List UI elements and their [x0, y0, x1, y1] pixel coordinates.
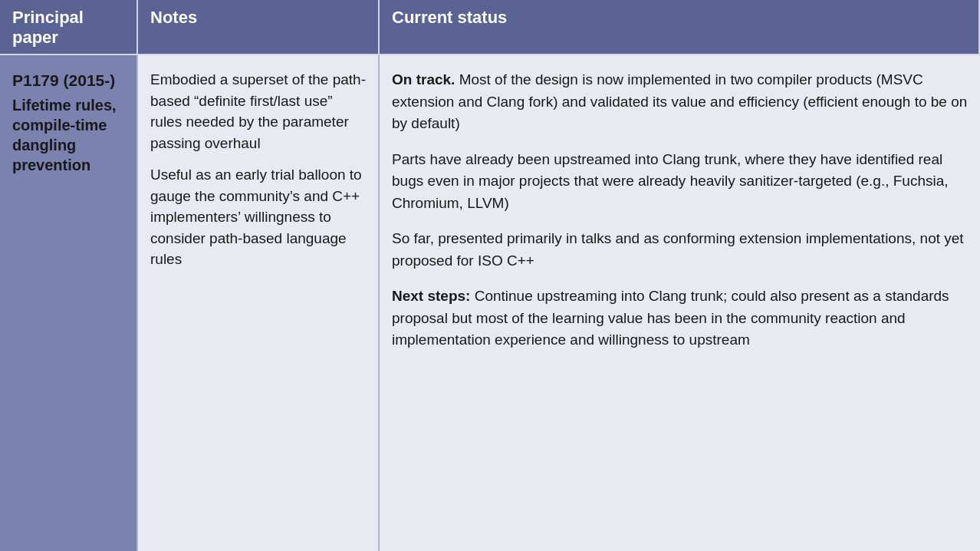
- paper-id: P1179 (2015-): [12, 69, 124, 92]
- status-para-2: Parts have already been upstreamed into …: [392, 149, 968, 215]
- paper-description: Lifetime rules, compile-time dangling pr…: [12, 95, 124, 175]
- notes-para-2: Useful as an early trial balloon to gaug…: [150, 164, 366, 270]
- header-col-notes: Notes: [138, 0, 380, 55]
- header-col-paper: Principal paper: [0, 0, 138, 55]
- header-status-label: Current status: [392, 8, 507, 28]
- paper-cell: P1179 (2015-) Lifetime rules, compile-ti…: [0, 55, 138, 551]
- notes-cell: Embodied a superset of the path-based “d…: [138, 55, 380, 551]
- notes-para-1: Embodied a superset of the path-based “d…: [150, 69, 366, 153]
- status-para-3: So far, presented primarily in talks and…: [392, 228, 968, 272]
- status-cell: On track. Most of the design is now impl…: [380, 55, 980, 551]
- main-table: Principal paper Notes Current status P11…: [0, 0, 980, 551]
- status-para-1: On track. Most of the design is now impl…: [392, 69, 968, 135]
- header-col-status: Current status: [380, 0, 980, 55]
- header-notes-label: Notes: [150, 8, 197, 28]
- header-paper-label: Principal paper: [12, 8, 124, 48]
- status-para-4: Next steps: Continue upstreaming into Cl…: [392, 285, 968, 351]
